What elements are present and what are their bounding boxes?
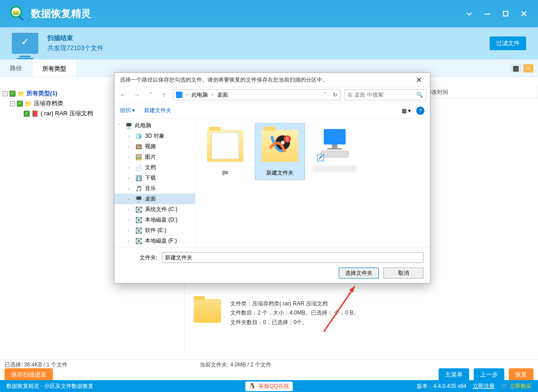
folder-details: 文件类：压缩存档类(.rar) RAR 压缩文档 文件数目：2 个，大小：4.0… — [185, 290, 538, 336]
dialog-toolbar: 组织 ▾ 新建文件夹 ▦ ▾ ? — [114, 103, 430, 119]
navtree-item[interactable]: ›🖼️图片 — [114, 152, 195, 162]
nav-back-icon[interactable]: ← — [118, 91, 128, 98]
checkbox[interactable] — [24, 111, 30, 117]
organize-menu[interactable]: 组织 ▾ — [120, 107, 135, 114]
recover-button[interactable]: 恢复 — [509, 368, 533, 381]
dialog-content: ps 6 新建文件夹 — [196, 119, 430, 247]
help-icon[interactable]: ? — [416, 107, 424, 115]
navtree-item[interactable]: ›💽软件 (E:) — [114, 225, 195, 236]
navtree-item[interactable]: ›🎞️视频 — [114, 141, 195, 152]
drive-icon: 💽 — [135, 238, 142, 244]
version-label: 版本：4.4.0.435 x64 — [417, 382, 466, 390]
refresh-icon[interactable]: ↻ — [333, 92, 337, 98]
shortcut-item[interactable] — [310, 123, 360, 175]
breadcrumb-root[interactable]: 此电脑 — [191, 91, 208, 99]
dialog-body: ˅ 🖥️ 此电脑 ›🧊3D 对象 ›🎞️视频 ›🖼️图片 ›📄文档 ›⬇️下载 … — [114, 119, 430, 247]
chevron-icon[interactable]: › — [128, 165, 133, 170]
collapse-icon[interactable]: − — [3, 91, 8, 96]
grid-view-icon[interactable]: ▦ — [511, 64, 521, 72]
minimize-icon[interactable] — [483, 10, 491, 18]
prev-button[interactable]: 上一步 — [474, 368, 504, 381]
item-label — [313, 165, 357, 172]
chevron-icon[interactable]: › — [128, 144, 133, 149]
nav-forward-icon[interactable]: → — [132, 91, 142, 98]
pc-icon: 🖥️ — [125, 123, 132, 129]
logo-icon — [9, 5, 26, 22]
save-progress-button[interactable]: 保存扫描进度 — [5, 368, 53, 381]
folder-input[interactable] — [162, 252, 424, 263]
svg-rect-12 — [327, 148, 342, 150]
search-input[interactable] — [347, 92, 416, 98]
buy-link[interactable]: 🛒 立即购买 — [501, 382, 532, 390]
folder-icon: 📁 — [25, 100, 32, 107]
view-menu-icon[interactable]: ▦ ▾ — [402, 108, 411, 114]
drive-icon: 💽 — [135, 206, 142, 213]
navtree-item[interactable]: ›🎵音乐 — [114, 183, 195, 194]
addr-dropdown-icon[interactable]: ˅ — [324, 92, 326, 98]
chevron-down-icon[interactable]: ˅ — [118, 124, 123, 128]
chevron-icon[interactable]: › — [128, 228, 133, 233]
chevron-icon[interactable]: › — [128, 197, 133, 201]
doc-icon: 📄 — [135, 165, 142, 171]
search-icon[interactable]: 🔍 — [416, 92, 423, 98]
filter-button[interactable]: 过滤文件 — [490, 36, 526, 50]
maximize-icon[interactable] — [502, 10, 510, 18]
buy-label: 立即购买 — [510, 382, 532, 390]
drive-icon: 💽 — [135, 227, 142, 234]
drive-icon: 💽 — [135, 217, 142, 223]
menu-dropdown-icon[interactable] — [465, 10, 473, 18]
drive-icon — [176, 92, 182, 98]
cancel-button[interactable]: 取消 — [383, 268, 424, 279]
dialog-title-bar: 选择一个路径以保存您勾选的文件。请勿将要恢复的文件保存在您当前扫描的分区中。 ✕ — [114, 73, 430, 87]
tab-types[interactable]: 所有类型 — [32, 60, 77, 77]
status-title: 扫描结束 — [47, 34, 103, 42]
svg-point-2 — [13, 12, 20, 15]
chevron-icon[interactable]: › — [128, 176, 133, 181]
navtree-label: 视频 — [145, 143, 156, 150]
navtree-label: 桌面 — [145, 195, 156, 203]
chevron-icon[interactable]: › — [128, 239, 133, 243]
address-bar[interactable]: › 此电脑 › 桌面 ˅ ↻ — [173, 89, 341, 100]
item-label: ps — [203, 169, 247, 175]
status-text: 扫描结束 共发现72103个文件 — [47, 34, 103, 52]
navtree-item[interactable]: ›💽本地磁盘 (D:) — [114, 215, 195, 225]
breadcrumb-sep: › — [212, 92, 213, 98]
chevron-icon[interactable]: › — [128, 207, 133, 212]
chevron-icon[interactable]: › — [128, 155, 133, 160]
navtree-item-desktop[interactable]: ›🖥️桌面 — [114, 194, 195, 204]
navtree-label: 下载 — [145, 174, 156, 182]
main-menu-button[interactable]: 主菜单 — [439, 368, 469, 381]
navtree-item[interactable]: ›💽系统文件 (C:) — [114, 204, 195, 215]
navtree-item[interactable]: ›🧊3D 对象 — [114, 131, 195, 141]
folder-item-ps[interactable]: ps — [200, 123, 250, 179]
register-link[interactable]: 立即注册 — [473, 382, 495, 390]
navtree-root[interactable]: ˅ 🖥️ 此电脑 — [114, 120, 195, 131]
svg-rect-10 — [324, 129, 346, 144]
folder-item-new[interactable]: 6 新建文件夹 — [255, 123, 305, 180]
list-view-icon[interactable]: ≡ — [523, 64, 533, 72]
select-folder-button[interactable]: 选择文件夹 — [339, 268, 379, 279]
checkbox[interactable] — [10, 91, 16, 97]
chevron-icon[interactable]: › — [128, 186, 133, 191]
tab-path[interactable]: 路径 — [0, 60, 32, 77]
breadcrumb-path[interactable]: 桌面 — [217, 91, 228, 99]
nav-up-icon[interactable]: ↑ — [159, 91, 169, 98]
navtree-label: 此电脑 — [135, 122, 151, 129]
navtree-label: 文档 — [145, 164, 156, 171]
chevron-icon[interactable]: › — [128, 218, 133, 222]
nav-dropdown-icon[interactable]: ˅ — [145, 91, 155, 98]
collapse-icon[interactable]: − — [10, 101, 15, 106]
qq-support[interactable]: 🐧 客服QQ在线 — [245, 382, 293, 391]
close-icon[interactable] — [520, 10, 528, 18]
navtree-item[interactable]: ›⬇️下载 — [114, 173, 195, 183]
chevron-icon[interactable]: › — [128, 134, 133, 139]
video-icon: 🎞️ — [135, 144, 142, 150]
svg-rect-11 — [332, 144, 337, 148]
col-time[interactable]: 修改时间 — [422, 86, 538, 98]
new-folder-button[interactable]: 新建文件夹 — [144, 107, 171, 114]
checkbox[interactable] — [17, 101, 23, 107]
navtree-item[interactable]: ›💽本地磁盘 (F:) — [114, 236, 195, 246]
dialog-close-icon[interactable]: ✕ — [413, 76, 424, 84]
navtree-item[interactable]: ›📄文档 — [114, 162, 195, 173]
dialog-search[interactable]: 🔍 — [344, 89, 426, 100]
